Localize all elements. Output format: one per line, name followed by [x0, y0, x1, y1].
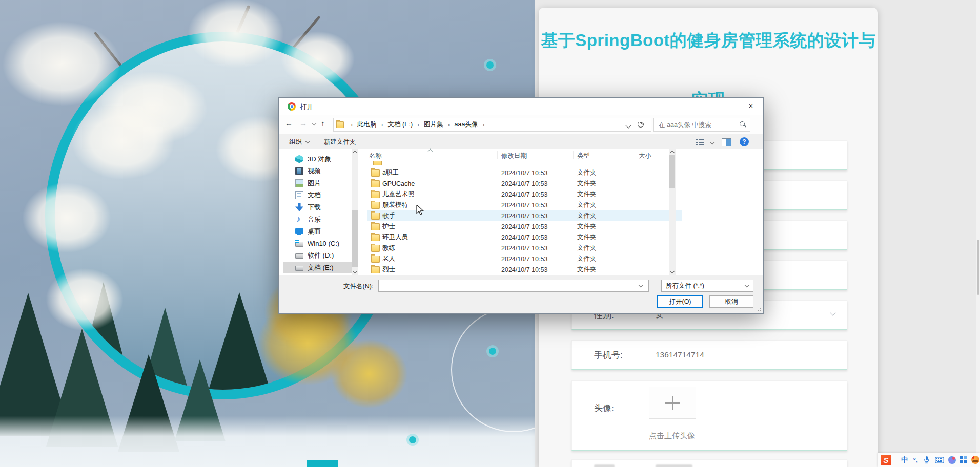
- column-header-name[interactable]: 名称: [369, 152, 382, 160]
- emoji-input-icon[interactable]: [971, 456, 979, 464]
- microphone-icon[interactable]: [923, 456, 931, 464]
- file-row[interactable]: 服装模特 2024/10/7 10:53 文件夹: [367, 200, 682, 210]
- file-type: 文件夹: [577, 211, 597, 220]
- sidebar-item[interactable]: 软件 (D:): [283, 250, 356, 262]
- scroll-up-icon[interactable]: [353, 151, 358, 156]
- filename-input[interactable]: [378, 280, 649, 292]
- search-input[interactable]: [658, 119, 734, 130]
- file-row[interactable]: 烈士 2024/10/7 10:53 文件夹: [367, 264, 682, 275]
- breadcrumb-item[interactable]: 此电脑 ›: [356, 120, 387, 129]
- file-name: 老人: [382, 254, 395, 263]
- sidebar-item[interactable]: 视频: [283, 165, 356, 177]
- address-chevron-icon[interactable]: [625, 122, 631, 128]
- chevron-down-icon[interactable]: [830, 310, 835, 315]
- sidebar-item[interactable]: 下载: [283, 201, 356, 213]
- sidebar-item-icon: [295, 227, 303, 236]
- toolbox-grid-icon[interactable]: [960, 456, 967, 463]
- file-row[interactable]: 歌手 2024/10/7 10:53 文件夹: [367, 210, 682, 221]
- avatar-row: 头像: 点击上传头像: [571, 380, 847, 451]
- filetype-select[interactable]: 所有文件 (*.*): [661, 280, 753, 292]
- file-name: 服装模特: [382, 201, 408, 209]
- phone-input[interactable]: 13614714714: [656, 350, 704, 359]
- file-date: 2024/10/7 10:53: [501, 234, 547, 241]
- dialog-titlebar[interactable]: 打开 ×: [279, 98, 763, 115]
- open-button[interactable]: 打开(O): [657, 295, 703, 308]
- avatar-label: 头像:: [594, 402, 614, 414]
- browser-scrollbar-thumb[interactable]: [977, 240, 979, 295]
- search-icon: [740, 121, 745, 126]
- close-icon[interactable]: ×: [745, 100, 757, 112]
- sidebar-item-icon: [295, 167, 303, 175]
- file-type: 文件夹: [577, 168, 597, 177]
- back-button[interactable]: ←: [285, 119, 293, 128]
- avatar-upload-button[interactable]: [649, 387, 696, 419]
- file-row[interactable]: 老人 2024/10/7 10:53 文件夹: [367, 253, 682, 264]
- breadcrumb-separator: ›: [378, 121, 387, 129]
- organize-button[interactable]: 组织: [289, 138, 309, 146]
- view-mode-chevron-icon[interactable]: [710, 140, 714, 144]
- dialog-toolbar: 组织 新建文件夹 ?: [279, 134, 763, 150]
- up-button[interactable]: ↑: [321, 119, 325, 128]
- file-type: 文件夹: [577, 233, 597, 242]
- clipped-label: [594, 464, 615, 467]
- history-chevron-icon[interactable]: [312, 121, 316, 125]
- file-row[interactable]: 环卫人员 2024/10/7 10:53 文件夹: [367, 232, 682, 243]
- forward-button[interactable]: →: [299, 119, 307, 128]
- file-type: 文件夹: [577, 179, 597, 188]
- sidebar-item[interactable]: 文档: [283, 189, 356, 201]
- breadcrumb-separator: ›: [479, 121, 488, 129]
- decorative-dot: [486, 61, 494, 69]
- sidebar-item-icon: [295, 155, 303, 163]
- scroll-down-icon[interactable]: [670, 269, 675, 274]
- resize-grip[interactable]: [757, 307, 761, 311]
- breadcrumb-item[interactable]: 图片集 ›: [423, 120, 454, 129]
- chinese-mode-icon[interactable]: 中: [901, 455, 908, 464]
- breadcrumb-item[interactable]: aaa头像 ›: [454, 120, 488, 129]
- sidebar-item[interactable]: Win10 (C:): [283, 238, 356, 249]
- list-scrollbar[interactable]: [669, 149, 676, 275]
- file-name: GPUCache: [382, 180, 415, 187]
- file-row[interactable]: a职工 2024/10/7 10:53 文件夹: [367, 167, 682, 178]
- sidebar-item[interactable]: 音乐: [283, 214, 356, 225]
- breadcrumb-item[interactable]: 文档 (E:) ›: [387, 120, 423, 129]
- folder-icon: [371, 266, 380, 273]
- sidebar-scrollbar[interactable]: [352, 149, 358, 275]
- new-folder-button[interactable]: 新建文件夹: [324, 138, 356, 146]
- punctuation-icon[interactable]: °,: [913, 456, 918, 464]
- sidebar-item-icon: [295, 216, 303, 224]
- sidebar-item-label: 文档: [308, 190, 321, 200]
- file-open-dialog: 打开 × ← → ↑ › 此电脑 › 文档 (E:) › 图片集 › aaa头像…: [278, 97, 764, 314]
- golden-foliage: [318, 328, 420, 420]
- file-name: 烈士: [382, 265, 395, 274]
- help-icon[interactable]: ?: [740, 137, 749, 146]
- sidebar-item-label: 音乐: [308, 215, 321, 224]
- phone-label: 手机号:: [594, 349, 623, 360]
- file-row[interactable]: 教练 2024/10/7 10:53 文件夹: [367, 243, 682, 253]
- search-box[interactable]: [653, 118, 750, 132]
- sidebar-item-icon: [295, 179, 303, 187]
- file-row[interactable]: 护士 2024/10/7 10:53 文件夹: [367, 221, 682, 232]
- address-bar[interactable]: › 此电脑 › 文档 (E:) › 图片集 › aaa头像 ›: [333, 118, 651, 132]
- refresh-icon[interactable]: [638, 121, 644, 128]
- column-header-size[interactable]: 大小: [639, 152, 651, 160]
- sidebar-item[interactable]: 3D 对象: [283, 153, 356, 165]
- skin-palette-icon[interactable]: [948, 456, 956, 464]
- sogou-input-icon[interactable]: S: [881, 455, 891, 465]
- file-row[interactable]: 儿童艺术照 2024/10/7 10:53 文件夹: [367, 189, 682, 200]
- view-mode-icon[interactable]: [696, 139, 704, 145]
- cancel-button[interactable]: 取消: [709, 295, 753, 308]
- column-header-type[interactable]: 类型: [577, 152, 590, 160]
- scroll-down-icon[interactable]: [353, 269, 358, 274]
- sidebar-item-label: 图片: [308, 179, 321, 188]
- file-row[interactable]: GPUCache 2024/10/7 10:53 文件夹: [367, 178, 682, 189]
- sidebar-scrollbar-thumb[interactable]: [352, 210, 358, 267]
- file-type: 文件夹: [577, 201, 597, 209]
- keyboard-icon[interactable]: [935, 457, 944, 463]
- list-scrollbar-thumb[interactable]: [669, 155, 675, 188]
- sidebar-item[interactable]: 图片: [283, 177, 356, 189]
- sidebar-item[interactable]: 桌面: [283, 226, 356, 238]
- browser-scrollbar[interactable]: [976, 0, 980, 467]
- sidebar-item[interactable]: 文档 (E:): [283, 262, 356, 273]
- preview-pane-icon[interactable]: [722, 138, 731, 146]
- column-header-date[interactable]: 修改日期: [501, 152, 527, 160]
